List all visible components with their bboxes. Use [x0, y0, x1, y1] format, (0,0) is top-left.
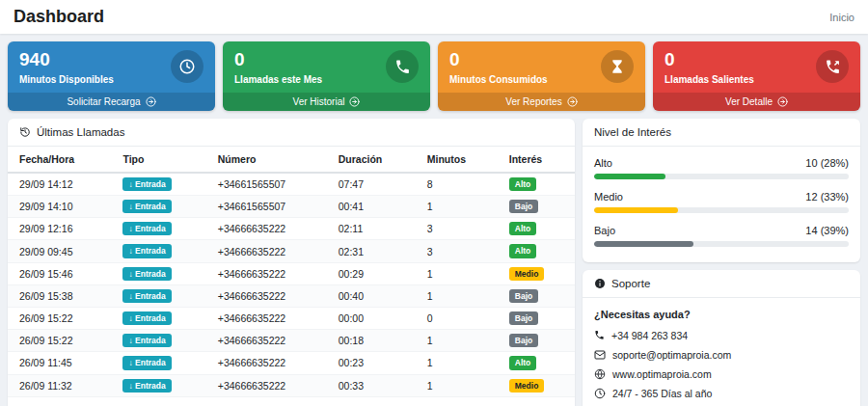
call-numero: +34666635222 [206, 308, 327, 330]
call-datetime: 26/09 15:38 [8, 284, 111, 307]
progress-fill [594, 207, 678, 213]
support-text: 24/7 - 365 Días al año [612, 388, 712, 399]
stat-action-label: Ver Historial [293, 96, 345, 107]
arrow-right-circle-icon [567, 96, 578, 107]
call-tipo: ↓ Entrada [111, 218, 205, 240]
interes-badge: Alto [509, 222, 537, 235]
column-header: Número [206, 147, 327, 173]
call-numero: +34661565507 [206, 196, 327, 218]
nav-link-inicio[interactable]: Inicio [829, 12, 854, 23]
envelope-icon [594, 349, 606, 361]
interes-badge: Medio [509, 267, 545, 281]
call-numero: +34666635222 [206, 284, 327, 307]
table-row: 26/09 15:22↓ Entrada+3466663522200:181Ba… [8, 330, 575, 352]
support-body: ¿Necesitas ayuda? +34 984 263 834soporte… [583, 298, 860, 406]
call-tipo: ↓ Entrada [111, 284, 205, 307]
call-duracion: 00:23 [327, 352, 416, 374]
interes-badge: Bajo [509, 200, 538, 213]
calls-table-body: 29/09 14:12↓ Entrada+3466156550707:478Al… [8, 173, 575, 396]
support-item: www.optimaproia.com [594, 368, 849, 380]
ultimas-llamadas-panel: Últimas Llamadas Fecha/HoraTipoNúmeroDur… [8, 119, 575, 406]
call-tipo: ↓ Entrada [111, 196, 205, 218]
ver-detalle-button[interactable]: Ver Detalle [653, 93, 860, 111]
call-datetime: 26/09 15:22 [8, 308, 111, 330]
interest-value: 12 (33%) [805, 191, 849, 203]
call-tipo: ↓ Entrada [111, 374, 205, 396]
call-interes: Medio [498, 374, 575, 396]
call-duracion: 00:18 [327, 330, 416, 352]
panel-title: Últimas Llamadas [37, 126, 124, 138]
table-row: 26/09 15:22↓ Entrada+3466663522200:000Ba… [8, 308, 575, 330]
interest-label: Medio [594, 191, 623, 203]
support-item: +34 984 263 834 [594, 330, 849, 341]
progress-fill [594, 241, 693, 247]
stat-value: 0 [665, 50, 754, 70]
call-duracion: 00:33 [327, 374, 416, 396]
stat-action-label: Solicitar Recarga [67, 96, 140, 107]
phone-icon [386, 50, 419, 83]
call-datetime: 29/09 09:45 [8, 240, 111, 262]
call-duracion: 07:47 [327, 173, 416, 196]
tipo-badge: ↓ Entrada [122, 177, 171, 191]
main-content: Últimas Llamadas Fecha/HoraTipoNúmeroDur… [0, 119, 868, 406]
stat-label: Minutos Consumidos [449, 74, 548, 85]
interes-badge: Bajo [509, 334, 538, 347]
clock-icon [594, 388, 606, 399]
tipo-badge: ↓ Entrada [122, 244, 171, 257]
call-datetime: 26/09 11:45 [8, 352, 111, 374]
stat-card-text: 0 Llamadas este Mes [234, 50, 322, 85]
clock-icon [171, 50, 203, 83]
interest-label: Alto [594, 157, 612, 169]
call-numero: +34666635222 [206, 262, 327, 284]
page-title: Dashboard [14, 7, 104, 27]
arrow-right-circle-icon [777, 96, 788, 107]
solicitar-recarga-button[interactable]: Solicitar Recarga [8, 93, 215, 111]
call-minutos: 3 [416, 218, 498, 240]
call-tipo: ↓ Entrada [111, 352, 205, 374]
stat-card-llamadas-salientes: 0 Llamadas Salientes Ver Detalle [653, 41, 860, 111]
stat-card-minutos-disponibles: 940 Minutos Disponibles Solicitar Recarg… [8, 41, 215, 111]
progress-bar [594, 207, 849, 213]
phone-icon [594, 330, 605, 340]
call-tipo: ↓ Entrada [111, 240, 205, 262]
support-item: soporte@optimaproia.com [594, 349, 849, 361]
table-row: 29/09 09:45↓ Entrada+3466663522202:313Al… [8, 240, 575, 262]
tipo-badge: ↓ Entrada [122, 200, 171, 213]
call-tipo: ↓ Entrada [111, 330, 205, 352]
progress-bar [594, 241, 849, 247]
call-numero: +34661565507 [206, 173, 327, 196]
panel-header: Últimas Llamadas [8, 119, 575, 147]
call-interes: Alto [498, 173, 575, 196]
info-circle-icon [594, 278, 606, 289]
interest-item: Alto10 (28%) [594, 157, 849, 179]
stat-value: 0 [449, 50, 548, 70]
arrow-right-circle-icon [146, 96, 156, 107]
interes-badge: Alto [509, 356, 537, 369]
call-interes: Bajo [498, 196, 575, 218]
call-interes: Bajo [498, 284, 575, 307]
stat-card-body: 0 Minutos Consumidos [438, 41, 645, 93]
column-header: Tipo [111, 147, 205, 173]
interes-badge: Bajo [509, 311, 538, 325]
call-interes: Bajo [498, 330, 575, 352]
interest-item: Medio12 (33%) [594, 191, 849, 213]
calls-table: Fecha/HoraTipoNúmeroDuraciónMinutosInter… [8, 147, 575, 397]
support-text: +34 984 263 834 [611, 330, 688, 341]
call-tipo: ↓ Entrada [111, 262, 205, 284]
table-footer: Ver Todas las Llamadas [8, 397, 575, 406]
column-header: Fecha/Hora [8, 147, 111, 173]
call-tipo: ↓ Entrada [111, 308, 205, 330]
interest-value: 10 (28%) [805, 157, 849, 169]
call-minutos: 1 [416, 330, 498, 352]
interes-badge: Medio [509, 379, 545, 392]
ver-reportes-button[interactable]: Ver Reportes [438, 93, 645, 111]
call-duracion: 00:41 [327, 196, 416, 218]
call-datetime: 29/09 14:10 [8, 196, 111, 218]
column-header: Minutos [416, 147, 498, 173]
table-row: 26/09 15:38↓ Entrada+3466663522200:401Ba… [8, 284, 575, 307]
stat-action-label: Ver Detalle [725, 96, 773, 107]
clock-history-icon [19, 126, 31, 138]
tipo-badge: ↓ Entrada [122, 379, 171, 392]
calls-table-header-row: Fecha/HoraTipoNúmeroDuraciónMinutosInter… [8, 147, 575, 173]
ver-historial-button[interactable]: Ver Historial [223, 93, 430, 111]
